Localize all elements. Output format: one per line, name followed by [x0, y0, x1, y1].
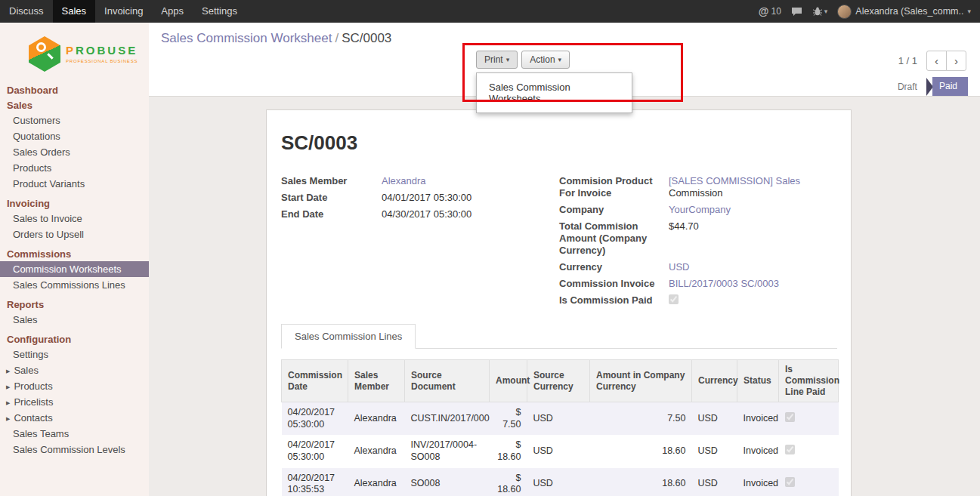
mentions-button[interactable]: @ 10	[759, 5, 781, 17]
chevron-left-icon: ‹	[935, 54, 938, 67]
cell-source-currency: USD	[527, 468, 590, 496]
menu-settings[interactable]: Settings	[193, 0, 246, 23]
sidebar-item-pricelists[interactable]: ▶Pricelists	[0, 394, 149, 410]
status-paid-badge[interactable]: Paid	[932, 77, 968, 96]
sidebar-item-quotations[interactable]: Quotations	[0, 128, 149, 144]
status-draft[interactable]: Draft	[898, 82, 917, 92]
logo-text-block: PROBUSE PROFESSIONAL BUSINESS	[66, 45, 138, 63]
cell-member: Alexandra	[348, 468, 405, 496]
screen: { "colors": { "accent_link": "#7c7bad", …	[0, 0, 980, 496]
commission-invoice-link[interactable]: BILL/2017/0003 SC/0003	[669, 278, 779, 290]
field-groups: Sales Member Alexandra Start Date 04/01/…	[281, 175, 837, 312]
sidebar-section-invoicing[interactable]: Invoicing	[0, 196, 149, 211]
breadcrumb: Sales Commission Worksheet/SC/0003	[161, 31, 391, 46]
sidebar-item-sales-commission-levels[interactable]: Sales Commission Levels	[0, 442, 149, 457]
sidebar-item-dashboard[interactable]: Dashboard	[0, 82, 149, 97]
commission-product-value: [SALES COMMISSION] Sales Commission	[669, 175, 824, 199]
dropdown-item-sales-commission-worksheets[interactable]: Sales Commission Worksheets	[477, 77, 632, 109]
table-row[interactable]: 04/20/2017 05:30:00 Alexandra CUST.IN/20…	[282, 402, 839, 436]
currency-link[interactable]: USD	[669, 261, 689, 273]
table-row[interactable]: 04/20/2017 05:30:00 Alexandra INV/2017/0…	[282, 435, 839, 467]
action-button[interactable]: Action ▾	[521, 51, 570, 69]
is-commission-paid-checkbox[interactable]	[669, 294, 679, 304]
pager-text: 1 / 1	[898, 55, 917, 66]
menu-sales[interactable]: Sales	[53, 0, 96, 23]
breadcrumb-separator: /	[332, 31, 342, 45]
cell-company-amount: 18.60	[590, 468, 692, 496]
sidebar-item-sales-teams[interactable]: Sales Teams	[0, 426, 149, 442]
sidebar-item-products[interactable]: Products	[0, 160, 149, 176]
sidebar-item-customers[interactable]: Customers	[0, 112, 149, 128]
table-row[interactable]: 04/20/2017 10:35:53 Alexandra SO008 $ 18…	[282, 468, 839, 496]
sidebar-item-config-products[interactable]: ▶Products	[0, 378, 149, 394]
commission-product-link[interactable]: [SALES COMMISSION] Sales	[669, 175, 800, 186]
top-menu: Discuss Sales Invoicing Apps Settings	[0, 0, 246, 23]
field-label: End Date	[281, 208, 382, 220]
column-header-amount-company-currency: Amount in Company Currency	[590, 360, 692, 402]
left-sidebar: PROBUSE PROFESSIONAL BUSINESS Dashboard …	[0, 23, 149, 496]
pager-buttons: ‹ ›	[926, 51, 966, 71]
chat-bubble-icon	[791, 7, 802, 17]
chevron-right-icon: ›	[954, 54, 958, 67]
cell-company-amount: 18.60	[590, 435, 692, 467]
menu-discuss[interactable]: Discuss	[0, 0, 53, 23]
field-company: Company YourCompany	[559, 204, 837, 216]
field-label: Commision Product For Invoice	[559, 175, 669, 199]
content-area: SC/0003 Sales Member Alexandra Start Dat…	[149, 97, 980, 496]
menu-invoicing[interactable]: Invoicing	[95, 0, 152, 23]
left-field-group: Sales Member Alexandra Start Date 04/01/…	[281, 175, 559, 312]
cell-amount: $ 7.50	[490, 402, 527, 436]
field-label: Sales Member	[281, 175, 382, 187]
field-label: Start Date	[281, 192, 382, 204]
sidebar-item-sales-to-invoice[interactable]: Sales to Invoice	[0, 211, 149, 226]
field-label: Is Commission Paid	[559, 294, 669, 307]
debug-menu-button[interactable]: ▾	[812, 7, 828, 17]
cell-source: INV/2017/0004-SO008	[405, 435, 490, 467]
sidebar-item-label: Pricelists	[14, 396, 53, 408]
pager: 1 / 1 ‹ ›	[898, 51, 966, 71]
sidebar-item-config-sales[interactable]: ▶Sales	[0, 362, 149, 378]
right-field-group: Commision Product For Invoice [SALES COM…	[559, 175, 837, 312]
sidebar-section-commissions[interactable]: Commissions	[0, 246, 149, 261]
line-paid-checkbox	[785, 477, 795, 487]
sales-member-link[interactable]: Alexandra	[382, 175, 426, 187]
sidebar-item-orders-to-upsell[interactable]: Orders to Upsell	[0, 226, 149, 242]
sidebar-item-sales-orders[interactable]: Sales Orders	[0, 144, 149, 160]
user-menu-button[interactable]: Alexandra (Sales_comm.. ▾	[837, 5, 971, 19]
menu-apps[interactable]: Apps	[152, 0, 193, 23]
print-button[interactable]: Print ▾	[476, 51, 518, 69]
start-date-value: 04/01/2017 05:30:00	[382, 192, 471, 204]
tab-sales-commission-lines[interactable]: Sales Commission Lines	[281, 324, 416, 349]
column-header-commission-date: Commission Date	[282, 360, 348, 402]
sidebar-item-settings[interactable]: Settings	[0, 347, 149, 362]
breadcrumb-parent-link[interactable]: Sales Commission Worksheet	[161, 31, 332, 45]
caret-down-icon: ▾	[558, 56, 562, 63]
sidebar-item-commission-worksheets[interactable]: Commission Worksheets	[0, 261, 149, 277]
field-commission-product: Commision Product For Invoice [SALES COM…	[559, 175, 837, 199]
cell-date: 04/20/2017 10:35:53	[282, 468, 348, 496]
cell-paid	[779, 435, 839, 467]
sidebar-item-reports-sales[interactable]: Sales	[0, 312, 149, 328]
sidebar-item-contacts[interactable]: ▶Contacts	[0, 410, 149, 426]
sidebar-section-configuration[interactable]: Configuration	[0, 331, 149, 347]
sidebar-item-product-variants[interactable]: Product Variants	[0, 176, 149, 192]
pager-previous-button[interactable]: ‹	[926, 51, 947, 71]
sidebar-item-label: Sales	[14, 365, 39, 376]
cell-currency: USD	[692, 402, 737, 436]
sidebar-section-reports[interactable]: Reports	[0, 297, 149, 312]
cell-source-currency: USD	[527, 435, 590, 467]
cell-date: 04/20/2017 05:30:00	[282, 435, 348, 467]
at-icon: @	[759, 5, 769, 17]
sidebar-item-sales-commissions-lines[interactable]: Sales Commissions Lines	[0, 277, 149, 293]
sidebar-item-label: Contacts	[14, 412, 52, 424]
sidebar-item-label: Products	[14, 380, 52, 392]
company-link[interactable]: YourCompany	[669, 204, 731, 216]
table-header-row: Commission Date Sales Member Source Docu…	[282, 360, 839, 402]
pager-next-button[interactable]: ›	[946, 51, 966, 71]
cell-member: Alexandra	[348, 435, 405, 467]
cell-status: Invoiced	[737, 402, 779, 436]
field-label: Commission Invoice	[559, 278, 669, 290]
messages-button[interactable]	[791, 7, 802, 17]
line-paid-checkbox	[785, 412, 795, 422]
sidebar-section-sales[interactable]: Sales	[0, 97, 149, 112]
